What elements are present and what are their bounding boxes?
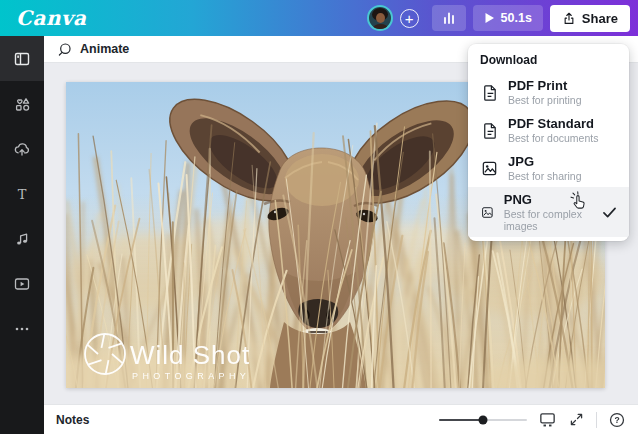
sidebar: T bbox=[0, 36, 44, 434]
zoom-slider-knob[interactable] bbox=[479, 415, 488, 424]
videos-icon bbox=[12, 274, 32, 294]
elements-icon bbox=[12, 94, 32, 114]
divider bbox=[596, 412, 597, 428]
svg-text:?: ? bbox=[614, 415, 619, 425]
duration-label: 50.1s bbox=[501, 11, 532, 25]
insights-button[interactable] bbox=[432, 5, 466, 31]
templates-icon bbox=[12, 49, 32, 69]
play-icon bbox=[484, 12, 495, 24]
sidebar-item-text[interactable]: T bbox=[0, 171, 44, 216]
document-icon bbox=[480, 83, 499, 102]
image-icon bbox=[480, 159, 499, 178]
audio-icon bbox=[12, 229, 32, 249]
uploads-icon bbox=[12, 139, 32, 159]
document-icon bbox=[480, 121, 499, 140]
watermark-name: Wild Shot bbox=[130, 340, 250, 370]
present-button[interactable]: 50.1s bbox=[473, 5, 543, 31]
fullscreen-icon[interactable] bbox=[568, 411, 585, 428]
bar-chart-icon bbox=[441, 10, 457, 26]
add-member-button[interactable]: + bbox=[400, 9, 419, 28]
sidebar-item-uploads[interactable] bbox=[0, 126, 44, 171]
sidebar-item-videos[interactable] bbox=[0, 261, 44, 306]
menu-item-jpg[interactable]: JPG Best for sharing bbox=[468, 149, 629, 187]
sidebar-item-elements[interactable] bbox=[0, 81, 44, 126]
plus-icon: + bbox=[405, 11, 414, 26]
menu-item-pdf-print[interactable]: PDF Print Best for printing bbox=[468, 73, 629, 111]
text-icon: T bbox=[12, 184, 32, 204]
grid-view-icon[interactable] bbox=[538, 410, 557, 429]
pointer-hand-cursor-icon bbox=[568, 190, 589, 215]
download-menu: Download PDF Print Best for printing PDF… bbox=[468, 44, 629, 241]
share-label: Share bbox=[582, 11, 618, 26]
zoom-slider[interactable] bbox=[439, 419, 527, 421]
notes-button[interactable]: Notes bbox=[56, 413, 89, 427]
more-icon bbox=[12, 319, 32, 339]
sidebar-item-templates[interactable] bbox=[0, 36, 44, 81]
help-icon[interactable]: ? bbox=[608, 411, 626, 429]
animate-button[interactable]: Animate bbox=[80, 42, 129, 56]
animate-icon bbox=[56, 41, 73, 58]
share-upload-icon bbox=[562, 11, 576, 26]
bottom-bar: Notes ? bbox=[44, 404, 638, 434]
image-icon bbox=[480, 203, 495, 222]
top-bar: Canva + 50.1s bbox=[0, 0, 638, 36]
sidebar-item-audio[interactable] bbox=[0, 216, 44, 261]
sidebar-item-more[interactable] bbox=[0, 306, 44, 351]
share-button[interactable]: Share bbox=[550, 5, 630, 32]
menu-item-pdf-standard[interactable]: PDF Standard Best for documents bbox=[468, 111, 629, 149]
download-menu-title: Download bbox=[468, 53, 629, 73]
watermark-subtitle: PHOTOGRAPHY bbox=[132, 371, 250, 381]
avatar[interactable] bbox=[367, 5, 393, 31]
menu-item-png[interactable]: PNG Best for complex images bbox=[468, 187, 629, 237]
canva-logo: Canva bbox=[16, 6, 87, 30]
check-icon bbox=[602, 206, 617, 219]
svg-text:T: T bbox=[18, 186, 27, 201]
